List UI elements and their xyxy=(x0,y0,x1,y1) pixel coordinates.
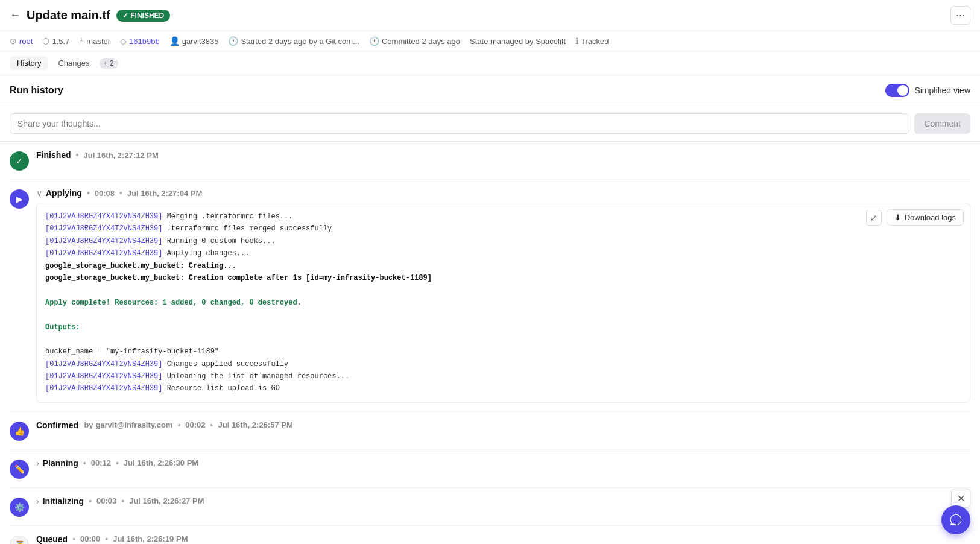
started-value: Started 2 days ago by a Git com... xyxy=(241,37,359,46)
confirmed-timestamp: Jul 16th, 2:26:57 PM xyxy=(218,420,292,429)
planning-content: › Planning • 00:12 • Jul 16th, 2:26:30 P… xyxy=(36,458,970,468)
finished-badge: ✓ FINISHED xyxy=(116,10,170,22)
timeline-item-queued: ⏳ Queued • 00:00 • Jul 16th, 2:26:19 PM xyxy=(10,526,970,544)
initializing-collapse-btn[interactable]: › xyxy=(36,496,39,506)
timeline-item-confirmed: 👍 Confirmed by garvit@infrasity.com • 00… xyxy=(10,412,970,450)
finished-text: Finished xyxy=(36,150,71,160)
meta-state: State managed by Spacelift xyxy=(470,37,566,46)
tabs-row: History Changes + 2 xyxy=(0,51,980,75)
chat-button[interactable] xyxy=(941,505,970,534)
meta-user: 👤 garvit3835 xyxy=(169,36,219,46)
queued-timestamp: Jul 16th, 2:26:19 PM xyxy=(113,534,188,543)
download-label: Download logs xyxy=(905,213,956,222)
back-button[interactable]: ← xyxy=(10,9,21,22)
download-logs-button[interactable]: ⬇ Download logs xyxy=(887,209,964,226)
dot9: • xyxy=(121,496,124,506)
queued-label: Queued • 00:00 • Jul 16th, 2:26:19 PM xyxy=(36,534,970,544)
page-title: Update main.tf xyxy=(27,8,110,22)
run-history-header: Run history Simplified view xyxy=(0,75,980,106)
download-icon: ⬇ xyxy=(894,213,901,222)
log-blank-2 xyxy=(45,309,961,321)
branch-icon: ⑃ xyxy=(79,36,84,46)
confirmed-text: Confirmed xyxy=(36,420,78,430)
initializing-timestamp: Jul 16th, 2:26:27 PM xyxy=(129,496,204,505)
log-line-7: Apply complete! Resources: 1 added, 0 ch… xyxy=(45,297,961,309)
version-icon: ⬡ xyxy=(42,36,49,46)
log-line-10: [01J2VAJ8RGZ4YX4T2VNS4ZH39] Changes appl… xyxy=(45,358,961,370)
planning-icon: ✏️ xyxy=(10,460,29,479)
committed-value: Committed 2 days ago xyxy=(382,37,460,46)
dot3: • xyxy=(119,188,122,198)
confirmed-label: Confirmed by garvit@infrasity.com • 00:0… xyxy=(36,420,970,430)
log-line-6: google_storage_bucket.my_bucket: Creatio… xyxy=(45,272,961,284)
log-blank-3 xyxy=(45,334,961,346)
applying-text: Applying xyxy=(46,188,82,198)
initializing-content: › Initializing • 00:03 • Jul 16th, 2:26:… xyxy=(36,496,970,506)
log-line-9: bucket_name = "my-infrasity-bucket-1189" xyxy=(45,346,961,358)
tracked-value: Tracked xyxy=(581,37,609,46)
chat-icon xyxy=(949,513,963,527)
tab-history[interactable]: History xyxy=(10,56,48,70)
simplified-view-label: Simplified view xyxy=(914,86,970,95)
header-left: ← Update main.tf ✓ FINISHED xyxy=(10,8,170,22)
applying-icon: ▶ xyxy=(10,189,29,209)
meta-root: ⊙ root xyxy=(10,36,33,46)
tab-changes[interactable]: Changes xyxy=(51,56,96,70)
changes-badge: + 2 xyxy=(100,58,118,69)
commit-link[interactable]: 161b9bb xyxy=(129,37,160,46)
dot2: • xyxy=(87,188,90,198)
queued-text: Queued xyxy=(36,534,68,544)
commit-clock-icon: 🕐 xyxy=(369,36,379,46)
planning-collapse-btn[interactable]: › xyxy=(36,458,39,468)
applying-collapse-btn[interactable]: ∨ xyxy=(36,188,42,198)
meta-committed: 🕐 Committed 2 days ago xyxy=(369,36,460,46)
expand-log-button[interactable]: ⤢ xyxy=(866,210,882,226)
more-button[interactable]: ··· xyxy=(950,6,970,25)
meta-row: ⊙ root ⬡ 1.5.7 ⑃ master ◇ 161b9bb 👤 garv… xyxy=(0,31,980,51)
applying-label: ∨ Applying • 00:08 • Jul 16th, 2:27:04 P… xyxy=(36,188,970,198)
toggle-knob xyxy=(897,85,908,96)
commit-icon: ◇ xyxy=(120,36,127,46)
finished-icon: ✓ xyxy=(10,151,29,171)
initializing-label: › Initializing • 00:03 • Jul 16th, 2:26:… xyxy=(36,496,970,506)
top-header: ← Update main.tf ✓ FINISHED ··· xyxy=(0,0,980,31)
planning-label: › Planning • 00:12 • Jul 16th, 2:26:30 P… xyxy=(36,458,970,468)
meta-branch: ⑃ master xyxy=(79,36,110,46)
timeline-item-planning: ✏️ › Planning • 00:12 • Jul 16th, 2:26:3… xyxy=(10,450,970,488)
confirmed-by: by garvit@infrasity.com xyxy=(82,420,172,429)
comment-input[interactable] xyxy=(10,113,909,134)
timeline: ✓ Finished • Jul 16th, 2:27:12 PM ▶ ∨ Ap… xyxy=(0,142,980,544)
meta-version: ⬡ 1.5.7 xyxy=(42,36,69,46)
user-value: garvit3835 xyxy=(182,37,219,46)
finished-timestamp: Jul 16th, 2:27:12 PM xyxy=(83,151,158,160)
log-line-8: Outputs: xyxy=(45,321,961,334)
dot5: • xyxy=(210,420,213,430)
comment-area: Comment xyxy=(0,106,980,142)
log-box-actions: ⤢ ⬇ Download logs xyxy=(866,209,964,226)
log-line-3: [01J2VAJ8RGZ4YX4T2VNS4ZH39] Running 0 cu… xyxy=(45,235,961,247)
finished-label: Finished • Jul 16th, 2:27:12 PM xyxy=(36,150,970,160)
dot10: • xyxy=(72,534,75,544)
log-line-11: [01J2VAJ8RGZ4YX4T2VNS4ZH39] Uploading th… xyxy=(45,370,961,382)
clock-icon: 🕐 xyxy=(228,36,238,46)
log-line-1: [01J2VAJ8RGZ4YX4T2VNS4ZH39] Merging .ter… xyxy=(45,210,961,223)
dot1: • xyxy=(76,150,79,160)
meta-tracked: ℹ Tracked xyxy=(575,36,609,46)
log-line-12: [01J2VAJ8RGZ4YX4T2VNS4ZH39] Resource lis… xyxy=(45,382,961,394)
timeline-item-initializing: ⚙️ › Initializing • 00:03 • Jul 16th, 2:… xyxy=(10,488,970,526)
tracked-icon: ℹ xyxy=(575,36,578,46)
confirmed-content: Confirmed by garvit@infrasity.com • 00:0… xyxy=(36,420,970,430)
log-line-2: [01J2VAJ8RGZ4YX4T2VNS4ZH39] .terraformrc… xyxy=(45,223,961,235)
dot4: • xyxy=(177,420,180,430)
comment-button[interactable]: Comment xyxy=(914,113,970,134)
applying-duration: 00:08 xyxy=(95,189,115,198)
planning-duration: 00:12 xyxy=(91,458,111,467)
meta-commit: ◇ 161b9bb xyxy=(120,36,160,46)
root-link[interactable]: root xyxy=(19,37,33,46)
queued-icon: ⏳ xyxy=(10,536,29,544)
confirmed-duration: 00:02 xyxy=(185,420,205,429)
simplified-view-toggle[interactable] xyxy=(885,84,909,97)
run-history-title: Run history xyxy=(10,85,63,96)
applying-timestamp: Jul 16th, 2:27:04 PM xyxy=(127,189,202,198)
queued-content: Queued • 00:00 • Jul 16th, 2:26:19 PM xyxy=(36,534,970,544)
